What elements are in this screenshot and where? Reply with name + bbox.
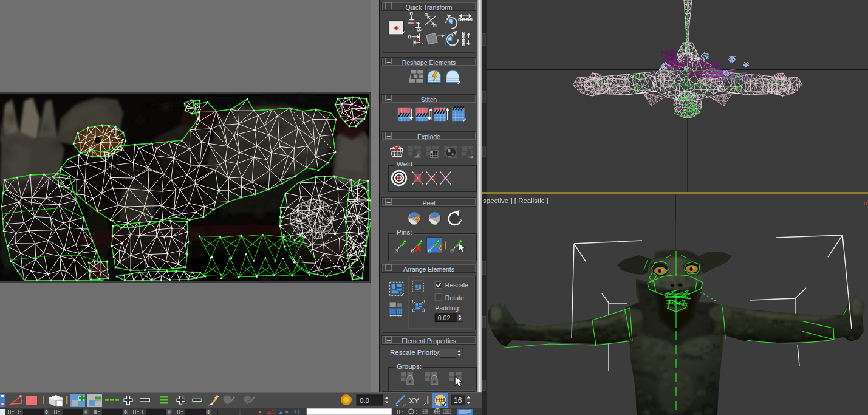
svg-text:m: m	[864, 200, 868, 207]
svg-text:0.02: 0.02	[438, 314, 451, 321]
svg-text:Rescale: Rescale	[445, 281, 468, 289]
svg-text:Padding:: Padding:	[435, 304, 460, 312]
svg-text:●: ●	[258, 409, 261, 415]
svg-text:16: 16	[454, 396, 462, 405]
svg-text:▲ ●: ▲ ●	[278, 409, 289, 415]
svg-text:XY: XY	[409, 396, 420, 405]
svg-text:0.0: 0.0	[360, 397, 369, 404]
svg-text:Rotate: Rotate	[445, 294, 464, 301]
